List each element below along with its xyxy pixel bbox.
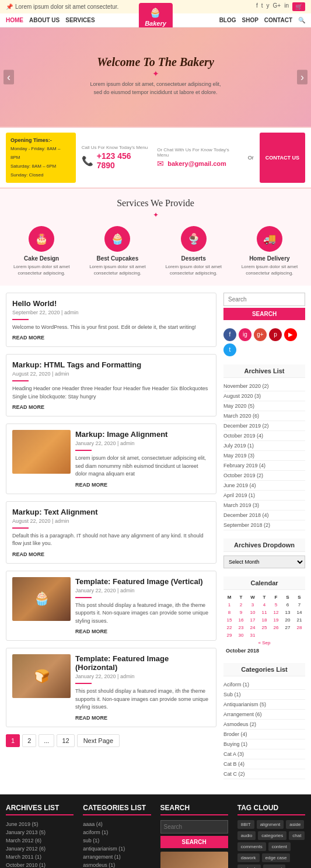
cal-day-19[interactable]: 19 xyxy=(270,616,282,624)
social-googleplus-icon[interactable]: g+ xyxy=(254,328,267,341)
tag-audio[interactable]: audio xyxy=(237,831,256,840)
next-page-btn[interactable]: Next Page xyxy=(77,734,120,747)
tag-embeds[interactable]: embeds xyxy=(237,864,261,868)
archive-february-2019[interactable]: February 2019 (4) xyxy=(223,461,305,471)
social-fb[interactable]: f xyxy=(256,2,258,11)
tag-categories[interactable]: categories xyxy=(258,831,286,840)
cat-c[interactable]: Cat C (2) xyxy=(223,769,305,779)
post5-readmore[interactable]: READ MORE xyxy=(75,629,210,634)
social-facebook-icon[interactable]: f xyxy=(223,328,236,341)
fw-archive-jan-2012[interactable]: January 2012 (6) xyxy=(6,845,74,853)
hero-prev-btn[interactable]: ‹ xyxy=(4,70,14,85)
fw-cat-sub[interactable]: sub (1) xyxy=(83,836,151,845)
cal-day-29[interactable]: 29 xyxy=(223,631,235,639)
cat-a[interactable]: Cat A (3) xyxy=(223,749,305,759)
nav-search-icon[interactable]: 🔍 xyxy=(298,17,305,23)
post4-readmore[interactable]: READ MORE xyxy=(12,551,210,557)
cat-sub[interactable]: Sub (1) xyxy=(223,690,305,700)
tag-alignment[interactable]: alignment xyxy=(257,820,284,829)
archive-december-2018[interactable]: December 2018 (4) xyxy=(223,511,305,520)
tag-aside[interactable]: aside xyxy=(286,820,304,829)
social-in[interactable]: in xyxy=(284,2,289,11)
page-12-btn[interactable]: 12 xyxy=(57,734,74,747)
cal-day-5[interactable]: 5 xyxy=(270,601,282,609)
tag-comments[interactable]: comments xyxy=(237,842,266,851)
archive-may-2019[interactable]: May 2019 (3) xyxy=(223,451,305,461)
social-yt[interactable]: y xyxy=(267,2,270,11)
archive-march-2020[interactable]: March 2020 (6) xyxy=(223,411,305,421)
archive-april-2019[interactable]: April 2019 (1) xyxy=(223,491,305,501)
archive-october-2019b[interactable]: October 2019 (2) xyxy=(223,471,305,481)
cal-day-3[interactable]: 3 xyxy=(247,601,258,609)
cat-antiquarianism[interactable]: Antiquarianism (5) xyxy=(223,700,305,710)
cal-day-12[interactable]: 12 xyxy=(270,609,282,616)
cal-day-22[interactable]: 22 xyxy=(223,624,235,631)
post1-readmore[interactable]: READ MORE xyxy=(12,335,210,341)
tag-chat[interactable]: chat xyxy=(289,831,305,840)
social-youtube-icon[interactable]: ▶ xyxy=(284,328,297,341)
cat-arrangement[interactable]: Arrangement (6) xyxy=(223,710,305,720)
post2-readmore[interactable]: READ MORE xyxy=(12,404,210,410)
cal-day-15[interactable]: 15 xyxy=(223,616,235,624)
tag-excerpt[interactable]: excerpt xyxy=(263,864,285,868)
cal-prev-btn[interactable]: « Sep xyxy=(223,639,305,647)
cal-day-30[interactable]: 30 xyxy=(235,631,247,639)
contact-us-btn[interactable]: CONTACT US xyxy=(260,133,305,183)
tag-content[interactable]: content xyxy=(268,842,291,851)
nav-blog[interactable]: BLOG xyxy=(219,17,236,23)
fw-archive-mar-2011[interactable]: March 2011 (1) xyxy=(6,853,74,861)
cal-day-10[interactable]: 10 xyxy=(247,609,258,616)
nav-services[interactable]: SERVICES xyxy=(65,17,95,23)
cal-day-1[interactable]: 1 xyxy=(223,601,235,609)
cat-asmodeus[interactable]: Asmodeus (2) xyxy=(223,720,305,730)
top-bar-social[interactable]: f t y G+ in 🛒 xyxy=(256,2,305,11)
page-2-btn[interactable]: 2 xyxy=(22,734,36,747)
archive-november-2020[interactable]: November 2020 (2) xyxy=(223,381,305,391)
cal-day-31[interactable]: 31 xyxy=(247,631,258,639)
post6-readmore[interactable]: READ MORE xyxy=(75,715,210,721)
cal-day-17[interactable]: 17 xyxy=(247,616,258,624)
nav-shop[interactable]: SHOP xyxy=(242,17,258,23)
email-address[interactable]: bakery@gmail.com xyxy=(167,160,226,167)
search-input[interactable] xyxy=(223,293,305,306)
cat-buying[interactable]: Buying (1) xyxy=(223,739,305,749)
cal-day-28[interactable]: 28 xyxy=(293,624,305,631)
cal-day-11[interactable]: 11 xyxy=(258,609,270,616)
fw-archive-june-2019[interactable]: June 2019 (5) xyxy=(6,820,74,828)
archive-september-2018[interactable]: September 2018 (2) xyxy=(223,520,305,530)
tag-8bit[interactable]: 8BIT xyxy=(237,820,254,829)
page-1-btn[interactable]: 1 xyxy=(6,734,20,747)
cal-day-4[interactable]: 4 xyxy=(258,601,270,609)
fw-cat-arrangement[interactable]: arrangement (1) xyxy=(83,853,151,861)
cat-b[interactable]: Cat B (4) xyxy=(223,759,305,769)
social-instagram-icon[interactable]: ig xyxy=(239,328,251,341)
post3-readmore[interactable]: READ MORE xyxy=(75,482,210,488)
tag-dawork[interactable]: dawork xyxy=(237,853,260,862)
archive-may-2020[interactable]: May 2020 (5) xyxy=(223,401,305,411)
fw-cat-asmodeus[interactable]: asmodeus (1) xyxy=(83,861,151,868)
fw-archive-oct-2010[interactable]: October 2010 (1) xyxy=(6,861,74,868)
archive-july-2019[interactable]: July 2019 (1) xyxy=(223,441,305,451)
fw-archive-jan-2013[interactable]: January 2013 (5) xyxy=(6,828,74,836)
cal-day-25[interactable]: 25 xyxy=(258,624,270,631)
cat-aciform[interactable]: Aciform (1) xyxy=(223,680,305,690)
tag-edge-case[interactable]: edge case xyxy=(262,853,291,862)
fw-search-btn[interactable]: SEARCH xyxy=(160,836,228,848)
nav-contact[interactable]: CONTACT xyxy=(264,17,292,23)
cal-day-24[interactable]: 24 xyxy=(247,624,258,631)
cal-day-26[interactable]: 26 xyxy=(270,624,282,631)
fw-archive-mar-2012[interactable]: March 2012 (6) xyxy=(6,836,74,845)
hero-next-btn[interactable]: › xyxy=(297,70,307,85)
phone-number[interactable]: +123 456 7890 xyxy=(97,151,151,170)
archive-august-2020[interactable]: August 2020 (3) xyxy=(223,391,305,401)
cal-day-16[interactable]: 16 xyxy=(235,616,247,624)
cart-icon[interactable]: 🛒 xyxy=(292,2,305,11)
archive-march-2019[interactable]: March 2019 (3) xyxy=(223,501,305,511)
archive-december-2019[interactable]: December 2019 (2) xyxy=(223,421,305,431)
social-tw[interactable]: t xyxy=(261,2,263,11)
cat-broder[interactable]: Broder (4) xyxy=(223,730,305,739)
archive-june-2019[interactable]: June 2019 (4) xyxy=(223,481,305,491)
fw-search-input[interactable] xyxy=(160,820,228,834)
social-gp[interactable]: G+ xyxy=(273,2,281,11)
archives-dropdown-select[interactable]: Select Month xyxy=(223,555,305,568)
